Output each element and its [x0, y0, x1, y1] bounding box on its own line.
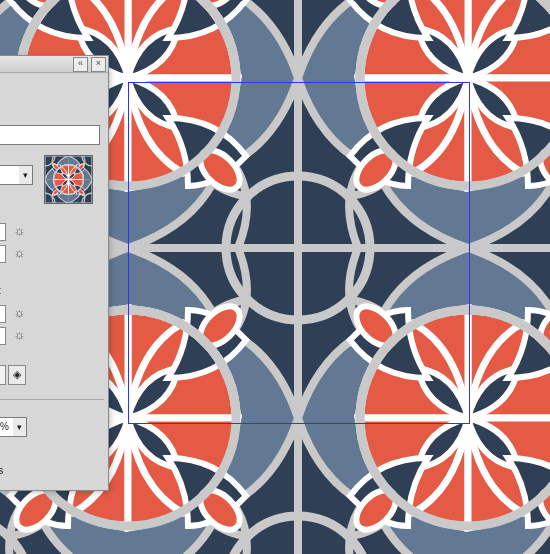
panel-close-button[interactable]: ×	[91, 57, 106, 72]
h-spacing-field[interactable]	[0, 305, 6, 323]
art-section-label: Art	[0, 285, 1, 296]
link-icon[interactable]: ☼	[12, 305, 27, 320]
tile-type-dropdown-button[interactable]: ▾	[19, 165, 33, 185]
separator	[0, 399, 104, 400]
bounds-label-fragment: ounds	[0, 465, 3, 476]
pattern-tile	[298, 248, 550, 554]
panel-header[interactable]: « ×	[0, 56, 108, 73]
width-field[interactable]	[0, 223, 6, 241]
pattern-tile	[298, 0, 550, 248]
link-icon[interactable]: ☼	[12, 327, 27, 342]
panel-collapse-button[interactable]: «	[73, 57, 88, 72]
overlap-segmented[interactable]: ◧ ◨ ◆	[0, 365, 6, 385]
pattern-name-input[interactable]	[0, 125, 100, 145]
pattern-swatch-preview	[44, 155, 93, 204]
dim-copies-dropdown-button[interactable]: ▾	[13, 417, 27, 437]
height-field[interactable]	[0, 245, 6, 263]
link-icon[interactable]: ☼	[12, 223, 27, 238]
link-icon[interactable]: ☼	[12, 245, 27, 260]
overlap-center-icon[interactable]: ◆	[0, 366, 5, 384]
dim-copies-field[interactable]: 90%	[0, 417, 14, 437]
overlap-extra-button[interactable]: ◈	[8, 365, 26, 385]
v-spacing-field[interactable]	[0, 327, 6, 345]
tile-type-dropdown[interactable]	[0, 165, 20, 185]
pattern-options-panel: « × ▾ ☼ ☼ Art ☼ ☼ ◧ ◨ ◆ ◈ 90% ▾ ounds	[0, 56, 108, 490]
